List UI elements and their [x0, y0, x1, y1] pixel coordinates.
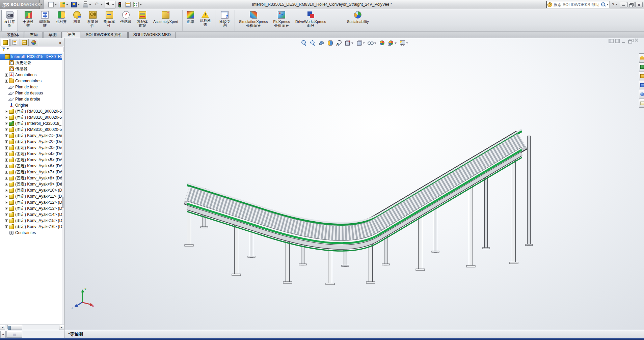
- chevron-down-icon[interactable]: [140, 4, 142, 6]
- tree-item[interactable]: (固定) Konv_Ayak<11> (D: [0, 193, 64, 199]
- ribbon-button[interactable]: 传感器: [117, 10, 134, 31]
- scroll-left-arrow[interactable]: ◄: [0, 325, 5, 330]
- quick-toolbar-button[interactable]: [82, 1, 92, 8]
- tree-item[interactable]: (固定) Konv_Ayak<14> (D: [0, 211, 64, 218]
- tree-item[interactable]: (固定) Konv_Ayak<16> (D: [0, 224, 64, 230]
- tree-item[interactable]: (固定) RM8310_800020-5: [0, 108, 64, 114]
- ribbon-button[interactable]: 对称检 查: [197, 10, 214, 31]
- tree-item[interactable]: Origine: [0, 102, 64, 108]
- graphics-viewport[interactable]: Y X Z: [65, 38, 644, 330]
- expander-icon[interactable]: [5, 146, 8, 149]
- chevron-down-icon[interactable]: [89, 4, 91, 6]
- command-tab[interactable]: 评估: [62, 32, 80, 38]
- scrollbar-thumb[interactable]: |||: [7, 325, 22, 330]
- scroll-right-arrow[interactable]: ►: [59, 325, 64, 330]
- expander-icon[interactable]: [5, 207, 8, 210]
- ribbon-button[interactable]: FloXpress 分析向导: [271, 10, 293, 31]
- tree-item[interactable]: (固定) Interroll_R335018_: [0, 120, 64, 126]
- tree-item[interactable]: Interroll_R335015_DE30_RM8: [0, 54, 64, 60]
- quick-toolbar-button[interactable]: [105, 1, 115, 8]
- tree-item[interactable]: 传感器: [0, 66, 64, 72]
- ribbon-button[interactable]: 干涉检 查: [20, 10, 36, 31]
- window-control-button[interactable]: [627, 2, 635, 7]
- tree-item[interactable]: Annotations: [0, 72, 64, 78]
- tree-item[interactable]: (固定) Konv_Ayak<2> (Dé: [0, 139, 64, 145]
- scrollbar-thumb[interactable]: [62, 197, 64, 208]
- expander-icon[interactable]: [5, 171, 8, 174]
- ribbon-button[interactable]: AssemblyXpert: [151, 10, 181, 31]
- ribbon-button[interactable]: 装配体 直观: [134, 10, 151, 31]
- tree-horizontal-scrollbar[interactable]: ◄ ||| ►: [0, 324, 64, 330]
- command-tab[interactable]: 装配体: [2, 32, 24, 38]
- expander-icon[interactable]: [5, 159, 8, 162]
- quick-toolbar-button[interactable]: [116, 1, 124, 8]
- chevron-down-icon[interactable]: [607, 4, 609, 6]
- expander-icon[interactable]: [5, 213, 8, 216]
- tree-item[interactable]: (固定) Konv_Ayak<4> (Dé: [0, 151, 64, 157]
- quick-toolbar-button[interactable]: [124, 1, 132, 8]
- command-tab[interactable]: SOLIDWORKS 插件: [81, 32, 128, 38]
- scroll-left-arrow[interactable]: ◄: [0, 331, 6, 338]
- ribbon-button[interactable]: 测量: [70, 10, 84, 31]
- task-pane-tab[interactable]: [639, 90, 644, 98]
- tree-vertical-scrollbar[interactable]: [62, 53, 64, 324]
- tree-item[interactable]: (固定) Konv_Ayak<15> (D: [0, 218, 64, 224]
- ribbon-button[interactable]: 设计算 例: [1, 10, 18, 31]
- ribbon-button[interactable]: 比较文 档: [215, 10, 233, 31]
- expander-icon[interactable]: [5, 165, 8, 168]
- expander-icon[interactable]: [5, 225, 8, 228]
- tree-item[interactable]: (固定) Konv_Ayak<12> (D: [0, 199, 64, 205]
- ribbon-button[interactable]: 间隙验 证: [36, 10, 53, 31]
- chevron-down-icon[interactable]: [78, 4, 80, 6]
- tree-item[interactable]: Commentaires: [0, 78, 64, 84]
- ribbon-button[interactable]: 剖面属 性: [101, 10, 117, 31]
- tree-item[interactable]: (固定) Konv_Ayak<8> (Dé: [0, 175, 64, 181]
- expander-icon[interactable]: [5, 74, 8, 77]
- window-control-button[interactable]: [620, 2, 627, 7]
- tree-item[interactable]: (固定) Konv_Ayak<1> (Dé: [0, 133, 64, 139]
- chevron-down-icon[interactable]: [55, 4, 57, 6]
- tree-item[interactable]: (固定) RM8310_800020-5: [0, 114, 64, 120]
- ribbon-button[interactable]: DriveWorksXpress 向导: [293, 10, 329, 31]
- search-box[interactable]: ?: [546, 1, 610, 8]
- window-control-button[interactable]: [635, 2, 643, 7]
- panel-overflow-chevron[interactable]: »: [57, 40, 63, 46]
- tree-item[interactable]: (固定) Konv_Ayak<13> (D: [0, 205, 64, 211]
- panel-tab[interactable]: [29, 39, 38, 46]
- expander-icon[interactable]: [5, 219, 8, 222]
- expander-icon[interactable]: [5, 116, 8, 119]
- ribbon-button[interactable]: SimulationXpress 分析向导: [235, 10, 271, 31]
- ribbon-button[interactable]: 孔对齐: [53, 10, 70, 31]
- chevron-down-icon[interactable]: [112, 4, 114, 6]
- chevron-down-icon[interactable]: [101, 4, 103, 6]
- tree-item[interactable]: (固定) Konv_Ayak<6> (Dé: [0, 163, 64, 169]
- command-tab[interactable]: SOLIDWORKS MBD: [128, 32, 176, 38]
- panel-tab[interactable]: [1, 39, 10, 46]
- tree-item[interactable]: Contraintes: [0, 230, 64, 236]
- ribbon-button[interactable]: Sustainability: [344, 10, 372, 31]
- command-tab[interactable]: 布局: [25, 32, 43, 38]
- tree-item[interactable]: 历史记录: [0, 60, 64, 66]
- task-pane-tab[interactable]: [639, 62, 644, 71]
- conveyor-model[interactable]: [65, 38, 644, 330]
- tree-item[interactable]: Plan de dessus: [0, 90, 64, 96]
- tree-filter-box[interactable]: [1, 47, 63, 52]
- tree-item[interactable]: (固定) Konv_Ayak<3> (Dé: [0, 145, 64, 151]
- task-pane-tab[interactable]: [639, 99, 644, 108]
- panel-bottom-scrollbar[interactable]: ◄ ||| ►: [0, 330, 64, 339]
- tree-item[interactable]: (固定) Konv_Ayak<7> (Dé: [0, 169, 64, 175]
- expander-icon[interactable]: [5, 128, 8, 131]
- expander-icon[interactable]: [5, 152, 8, 155]
- tree-item[interactable]: (固定) RM8310_800020-5: [0, 126, 64, 133]
- tree-item[interactable]: (固定) Konv_Ayak<10> (D: [0, 187, 64, 193]
- expander-icon[interactable]: [5, 195, 8, 198]
- expander-icon[interactable]: [5, 177, 8, 180]
- command-tab[interactable]: 草图: [44, 32, 62, 38]
- expander-icon[interactable]: [5, 122, 8, 125]
- task-pane-tab[interactable]: [639, 81, 644, 89]
- tree-item[interactable]: Plan de droite: [0, 96, 64, 102]
- quick-toolbar-button[interactable]: [93, 1, 104, 8]
- expander-icon[interactable]: [5, 183, 8, 186]
- ribbon-button[interactable]: 质量属 性: [84, 10, 101, 31]
- quick-toolbar-button[interactable]: [132, 1, 143, 8]
